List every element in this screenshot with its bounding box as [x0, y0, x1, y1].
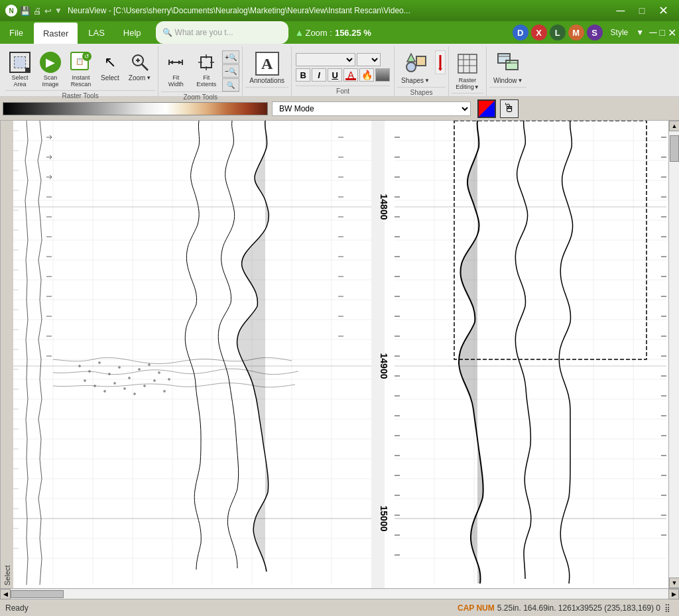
title-bar: N 💾 🖨 ↩ ▼ NeuraView - [C:\Users\sherry\D… — [0, 0, 679, 21]
menu-item-help[interactable]: Help — [114, 21, 151, 44]
svg-point-95 — [104, 391, 106, 393]
window-controls: ─ □ ✕ — [610, 1, 674, 20]
search-box[interactable]: 🔍 What are you t... — [156, 21, 288, 44]
svg-point-85 — [99, 362, 101, 364]
svg-point-87 — [119, 367, 121, 369]
color-swatch-1[interactable] — [477, 99, 496, 118]
raster-editing-icon — [456, 52, 479, 76]
svg-point-98 — [134, 393, 136, 395]
fit-width-button[interactable]: FitWidth — [161, 49, 190, 90]
scroll-up-button[interactable]: ▲ — [669, 121, 679, 131]
svg-point-91 — [158, 372, 160, 374]
select-button[interactable]: ↖ Select — [97, 49, 123, 84]
instant-rescan-button[interactable]: 📋 ↺ InstantRescan — [66, 49, 95, 90]
font-name-row — [296, 53, 390, 66]
shapes-icon — [404, 52, 428, 76]
scroll-thumb-h[interactable] — [11, 590, 64, 598]
menu-item-las[interactable]: LAS — [79, 21, 114, 44]
depth-14900: 14900 — [379, 353, 389, 379]
shapes-label: Shapes▼ — [401, 77, 430, 84]
font-color-a[interactable]: A — [343, 68, 358, 82]
svg-rect-15 — [416, 56, 426, 66]
shapes-button[interactable]: Shapes▼ — [397, 49, 434, 87]
select-area-label: SelectArea — [11, 74, 28, 88]
dxlms-m[interactable]: M — [568, 25, 584, 40]
menu-item-raster[interactable]: Raster — [34, 23, 78, 44]
quick-undo-icon[interactable]: ↩ — [44, 6, 52, 16]
raster-tools-label: Raster Tools — [5, 90, 155, 101]
search-icon: 🔍 — [162, 28, 172, 37]
font-style-row: B I U A 🔥 — [296, 68, 390, 82]
scroll-thumb-v[interactable] — [670, 135, 679, 162]
close-button[interactable]: ✕ — [652, 1, 674, 20]
zoom-tools-group: FitWidth FitExtents +🔍 −🔍 — [158, 46, 243, 96]
quick-access-dropdown-icon[interactable]: ▼ — [54, 6, 62, 15]
quick-save-icon[interactable]: 💾 — [20, 6, 31, 16]
annotations-group-label — [245, 87, 288, 97]
zoom-area: ▲ Zoom : 156.25 % — [295, 21, 371, 44]
main-content: Select — [0, 121, 679, 588]
select-vertical-label[interactable]: Select — [0, 121, 13, 588]
svg-point-94 — [94, 385, 96, 387]
pen-button[interactable] — [435, 50, 446, 74]
scan-image-button[interactable]: ▶ ScanImage — [36, 49, 65, 90]
select-label-text: Select — [3, 565, 11, 585]
status-ready: Ready — [5, 603, 45, 613]
zoom-out-button[interactable]: −🔍 — [222, 64, 239, 78]
style-dropdown-icon[interactable]: ▼ — [636, 28, 644, 37]
font-size-select[interactable] — [357, 53, 381, 66]
seismic-visualization: 14800 14900 15000 — [13, 121, 668, 588]
dxlms-d[interactable]: D — [513, 25, 528, 40]
font-highlight[interactable]: 🔥 — [359, 68, 374, 82]
font-name-select[interactable] — [296, 53, 355, 66]
minimize-button[interactable]: ─ — [610, 1, 631, 20]
quick-print-icon[interactable]: 🖨 — [33, 6, 42, 16]
dxlms-l[interactable]: L — [550, 25, 566, 40]
bw-mode-select[interactable]: BW Mode Color Mode Sepia Mode — [272, 101, 471, 116]
svg-point-14 — [406, 62, 416, 72]
menu-min-btn[interactable]: ─ — [649, 27, 656, 38]
zoom-in-button[interactable]: +🔍 — [222, 50, 239, 64]
shapes-group: Shapes▼ Shapes — [395, 46, 449, 96]
fit-extents-button[interactable]: FitExtents — [192, 49, 221, 90]
zoom-button[interactable]: Zoom ▼ — [125, 49, 155, 84]
menu-close-btn[interactable]: ✕ — [668, 27, 676, 39]
window-button[interactable]: Window▼ — [489, 49, 527, 87]
scroll-left-button[interactable]: ◀ — [0, 589, 11, 599]
zoom-button-label: Zoom ▼ — [129, 74, 151, 82]
scroll-down-button[interactable]: ▼ — [669, 578, 679, 588]
svg-rect-26 — [506, 60, 518, 70]
color-cursor-icon[interactable]: 🖱 — [500, 99, 519, 118]
search-placeholder: What are you t... — [175, 28, 233, 37]
zoom-custom-button[interactable]: 🔍 — [222, 78, 239, 92]
italic-button[interactable]: I — [312, 68, 326, 82]
annotations-group: A Annotations — [243, 46, 292, 96]
dxlms-s[interactable]: S — [587, 25, 603, 40]
zoom-stack: +🔍 −🔍 🔍 — [222, 50, 239, 92]
font-group: B I U A 🔥 Font — [292, 46, 395, 96]
svg-point-84 — [89, 371, 91, 373]
underline-button[interactable]: U — [328, 68, 342, 82]
scroll-right-button[interactable]: ▶ — [668, 589, 679, 599]
log-canvas: 14800 14900 15000 — [13, 121, 668, 588]
raster-tools-group: SelectArea ▶ ScanImage 📋 ↺ InstantRescan… — [3, 46, 158, 96]
maximize-button[interactable]: □ — [631, 1, 652, 20]
title-text: NeuraView - [C:\Users\sherry\Documents\N… — [68, 6, 610, 15]
menu-bar: File Raster LAS Help 🔍 What are you t...… — [0, 21, 679, 44]
dxlms-x[interactable]: X — [531, 25, 547, 40]
annotations-button[interactable]: A Annotations — [245, 49, 288, 87]
menu-item-file[interactable]: File — [0, 21, 32, 44]
style-label[interactable]: Style — [605, 27, 634, 38]
raster-editing-button[interactable]: RasterEditing▼ — [452, 49, 483, 93]
depth-15000: 15000 — [379, 506, 389, 532]
svg-point-101 — [164, 391, 166, 393]
select-area-button[interactable]: SelectArea — [5, 49, 34, 90]
horizontal-scrollbar[interactable]: ◀ ▶ — [0, 588, 679, 599]
bold-button[interactable]: B — [296, 68, 310, 82]
window-group-label — [489, 87, 527, 97]
vertical-scrollbar[interactable]: ▲ ▼ — [668, 121, 679, 588]
menu-max-btn[interactable]: □ — [660, 27, 665, 38]
raster-tools-buttons: SelectArea ▶ ScanImage 📋 ↺ InstantRescan… — [5, 46, 155, 90]
font-color-swatch[interactable] — [375, 68, 390, 82]
annotations-icon: A — [255, 52, 279, 76]
